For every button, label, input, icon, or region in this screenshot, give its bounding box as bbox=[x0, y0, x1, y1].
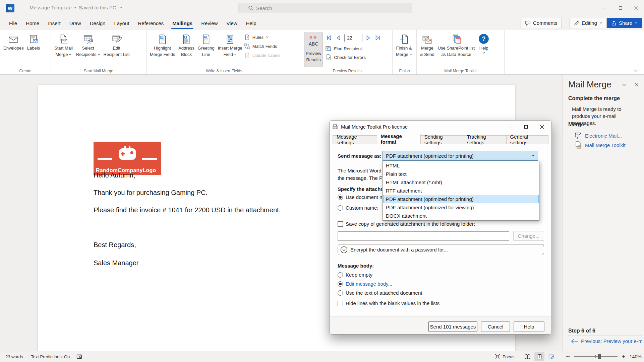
search-input[interactable] bbox=[256, 5, 357, 11]
finish-and-merge-button[interactable]: Finish & Merge bbox=[395, 32, 413, 57]
read-mode-button[interactable] bbox=[522, 352, 532, 361]
search-box[interactable] bbox=[238, 3, 412, 13]
preview-results-toggle-button[interactable]: «» ABC Preview Results bbox=[304, 32, 323, 67]
check-for-errors-button[interactable]: Check for Errors bbox=[326, 54, 381, 61]
merge-and-send-button[interactable]: Merge & Send bbox=[419, 32, 436, 57]
mail-merge-toolkit-dialog: Mail Merge Toolkit Pro license Message s… bbox=[329, 120, 552, 335]
group-label-create: Create bbox=[0, 69, 51, 73]
option-rtf-attachment[interactable]: RTF attachment bbox=[383, 187, 539, 195]
tab-design[interactable]: Design bbox=[85, 16, 110, 30]
greeting-line-button[interactable]: Greeting Line bbox=[196, 32, 216, 57]
match-fields-button[interactable]: Match Fields bbox=[244, 43, 281, 50]
tab-home[interactable]: Home bbox=[21, 16, 44, 30]
previous-step-link[interactable]: Previous: Preview your e-mail m bbox=[571, 338, 643, 344]
select-recipients-button[interactable]: Select Recipients bbox=[75, 32, 102, 57]
dialog-tab-general-settings[interactable]: General settings bbox=[506, 135, 548, 144]
last-record-button[interactable] bbox=[374, 34, 381, 41]
edit-message-body-radio[interactable]: Edit message body... bbox=[338, 281, 392, 287]
keep-empty-radio[interactable]: Keep empty bbox=[338, 272, 372, 278]
comments-button[interactable]: Comments bbox=[521, 18, 562, 28]
mail-merge-toolkit-link[interactable]: Mail Merge Toolkit bbox=[574, 141, 626, 149]
option-pdf-viewing[interactable]: PDF attachment (optimized for viewing) bbox=[383, 203, 539, 212]
tab-mailings[interactable]: Mailings bbox=[168, 16, 197, 30]
use-attached-text-radio[interactable]: Use the text of attached document bbox=[338, 290, 422, 296]
dialog-tab-tracking-settings[interactable]: Tracking settings bbox=[463, 135, 506, 144]
zoom-in-button[interactable] bbox=[622, 355, 626, 359]
folder-path-input[interactable] bbox=[338, 231, 509, 241]
edit-message-body-link[interactable]: Edit message body... bbox=[346, 281, 392, 287]
rules-button[interactable]: ? Rules bbox=[244, 33, 281, 41]
close-button[interactable] bbox=[628, 0, 644, 16]
dialog-title-bar[interactable]: Mail Merge Toolkit Pro license bbox=[330, 121, 551, 133]
hide-blank-lines-checkbox-row[interactable]: Hide lines with the blank values in the … bbox=[338, 300, 440, 306]
encrypt-expander[interactable]: Encrypt the document with a password for… bbox=[338, 244, 544, 255]
word-count[interactable]: 23 words bbox=[5, 351, 23, 362]
greeting-line-label-1: Greeting bbox=[198, 46, 215, 51]
record-number-input[interactable] bbox=[344, 34, 362, 42]
option-html[interactable]: HTML bbox=[383, 161, 539, 170]
option-pdf-printing[interactable]: PDF attachment (optimized for printing) bbox=[383, 195, 539, 203]
dialog-help-button[interactable]: Help bbox=[514, 321, 544, 332]
start-mail-merge-button[interactable]: Start Mail Merge bbox=[53, 32, 74, 57]
dialog-tab-sending-settings[interactable]: Sending settings bbox=[420, 135, 463, 144]
edit-recipient-list-icon bbox=[112, 33, 122, 45]
text-predictions[interactable]: Text Predictions: On bbox=[31, 351, 70, 362]
tab-review[interactable]: Review bbox=[197, 16, 222, 30]
zoom-out-button[interactable] bbox=[566, 355, 570, 359]
print-layout-button[interactable] bbox=[534, 352, 544, 361]
send-message-as-dropdown[interactable]: PDF attachment (optimized for printing) bbox=[383, 151, 538, 161]
tab-draw[interactable]: Draw bbox=[65, 16, 85, 30]
first-record-button[interactable] bbox=[326, 34, 332, 41]
cancel-button[interactable]: Cancel bbox=[481, 321, 510, 332]
web-layout-button[interactable] bbox=[546, 352, 557, 361]
dialog-maximize-button[interactable] bbox=[519, 122, 533, 132]
save-copy-checkbox-row[interactable]: Save copy of generated attachment in the… bbox=[338, 221, 475, 227]
pane-chevron-down-icon[interactable] bbox=[622, 83, 626, 86]
accessibility-checker[interactable] bbox=[76, 351, 82, 362]
focus-mode-button[interactable]: Focus bbox=[494, 351, 514, 362]
option-docx-attachment[interactable]: DOCX attachment bbox=[383, 212, 539, 220]
minimize-button[interactable] bbox=[597, 0, 612, 16]
tab-file[interactable]: File bbox=[5, 16, 21, 30]
toolkit-help-button[interactable]: ? Help bbox=[477, 32, 491, 54]
use-document-name-radio[interactable]: Use document n bbox=[338, 194, 383, 200]
saved-status[interactable]: Saved to this PC bbox=[79, 5, 116, 10]
find-recipient-button[interactable]: Find Recipient bbox=[326, 45, 381, 52]
labels-button[interactable]: Labels bbox=[26, 32, 41, 51]
edit-recipient-list-button[interactable]: Edit Recipient List bbox=[102, 32, 131, 57]
share-button[interactable]: Share bbox=[607, 18, 642, 28]
envelopes-button[interactable]: Envelopes bbox=[2, 32, 25, 51]
zoom-slider-thumb[interactable] bbox=[598, 354, 601, 359]
insert-merge-field-button[interactable]: Insert Merge Field bbox=[217, 32, 244, 57]
dialog-close-button[interactable] bbox=[535, 122, 549, 132]
tab-references[interactable]: References bbox=[133, 16, 168, 30]
tab-help[interactable]: Help bbox=[242, 16, 261, 30]
use-sharepoint-list-button[interactable]: Use SharePoint list as Data Source bbox=[436, 32, 476, 57]
custom-name-radio[interactable]: Custom name: bbox=[338, 205, 378, 211]
highlight-merge-fields-label-1: Highlight bbox=[154, 46, 171, 51]
send-messages-button[interactable]: Send 101 messages bbox=[428, 321, 477, 332]
dialog-minimize-button[interactable] bbox=[503, 122, 517, 132]
previous-record-button[interactable] bbox=[335, 34, 342, 41]
dialog-tab-message-settings[interactable]: Message settings bbox=[333, 135, 377, 144]
company-logo-image[interactable]: RandomCompanyLogo bbox=[94, 142, 161, 175]
svg-text:?: ? bbox=[246, 36, 248, 39]
address-block-button[interactable]: Address Block bbox=[177, 32, 196, 57]
editing-mode-button[interactable]: Editing bbox=[570, 18, 607, 28]
maximize-button[interactable] bbox=[612, 0, 628, 16]
tab-view[interactable]: View bbox=[222, 16, 241, 30]
option-html-attachment[interactable]: HTML attachment (*.mht) bbox=[383, 178, 539, 187]
start-mail-merge-icon bbox=[58, 33, 68, 45]
next-record-button[interactable] bbox=[365, 34, 372, 41]
ribbon-collapse-chevron-icon[interactable] bbox=[634, 69, 638, 72]
pane-close-icon[interactable] bbox=[635, 83, 639, 87]
tab-layout[interactable]: Layout bbox=[110, 16, 133, 30]
tab-insert[interactable]: Insert bbox=[44, 16, 65, 30]
option-plain-text[interactable]: Plain text bbox=[383, 170, 539, 178]
zoom-slider[interactable] bbox=[574, 356, 618, 357]
zoom-percentage[interactable]: 140% bbox=[630, 354, 642, 359]
select-recipients-label-2: Recipients bbox=[76, 52, 97, 57]
electronic-mail-link[interactable]: Electronic Mail... bbox=[574, 132, 622, 140]
dialog-tab-message-format[interactable]: Message format bbox=[377, 134, 421, 144]
highlight-merge-fields-button[interactable]: Highlight Merge Fields bbox=[149, 32, 176, 57]
